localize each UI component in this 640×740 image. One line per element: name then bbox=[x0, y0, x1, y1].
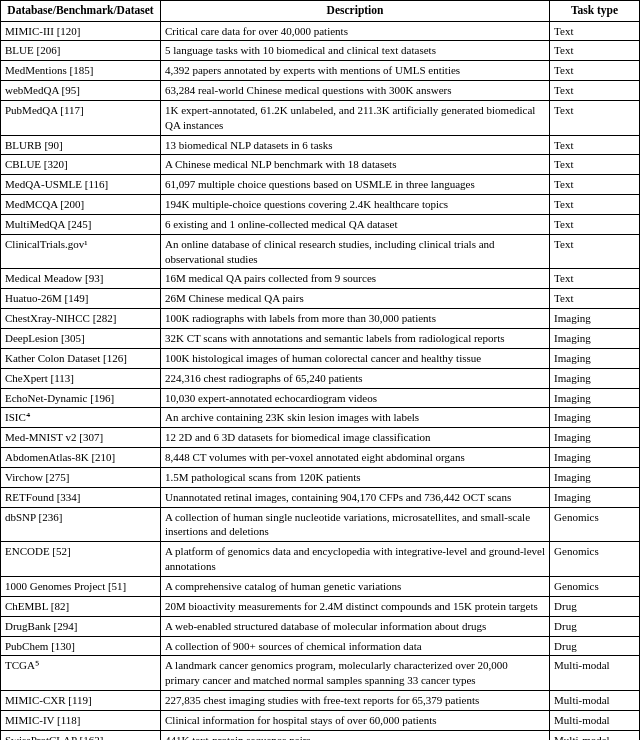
table-row: MedMentions [185]4,392 papers annotated … bbox=[1, 61, 640, 81]
table-row: EchoNet-Dynamic [196]10,030 expert-annot… bbox=[1, 388, 640, 408]
cell-tasktype: Drug bbox=[550, 596, 640, 616]
cell-tasktype: Imaging bbox=[550, 329, 640, 349]
cell-tasktype: Imaging bbox=[550, 388, 640, 408]
table-row: CBLUE [320]A Chinese medical NLP benchma… bbox=[1, 155, 640, 175]
table-row: RETFound [334]Unannotated retinal images… bbox=[1, 487, 640, 507]
table-row: DeepLesion [305]32K CT scans with annota… bbox=[1, 329, 640, 349]
cell-description: 100K histological images of human colore… bbox=[160, 348, 549, 368]
cell-database: Kather Colon Dataset [126] bbox=[1, 348, 161, 368]
cell-description: 32K CT scans with annotations and semant… bbox=[160, 329, 549, 349]
cell-description: A platform of genomics data and encyclop… bbox=[160, 542, 549, 577]
cell-description: 26M Chinese medical QA pairs bbox=[160, 289, 549, 309]
benchmark-table: Database/Benchmark/Dataset Description T… bbox=[0, 0, 640, 740]
cell-description: A Chinese medical NLP benchmark with 18 … bbox=[160, 155, 549, 175]
cell-database: MedMentions [185] bbox=[1, 61, 161, 81]
cell-database: ENCODE [52] bbox=[1, 542, 161, 577]
cell-tasktype: Text bbox=[550, 214, 640, 234]
cell-database: MIMIC-III [120] bbox=[1, 21, 161, 41]
cell-description: 10,030 expert-annotated echocardiogram v… bbox=[160, 388, 549, 408]
cell-database: CheXpert [113] bbox=[1, 368, 161, 388]
table-row: MultiMedQA [245]6 existing and 1 online-… bbox=[1, 214, 640, 234]
cell-description: A landmark cancer genomics program, mole… bbox=[160, 656, 549, 691]
cell-database: MedQA-USMLE [116] bbox=[1, 175, 161, 195]
cell-tasktype: Imaging bbox=[550, 448, 640, 468]
cell-database: PubMedQA [117] bbox=[1, 100, 161, 135]
table-row: MIMIC-III [120]Critical care data for ov… bbox=[1, 21, 640, 41]
table-row: SwissProtCLAP [162]441K text-protein seq… bbox=[1, 730, 640, 740]
table-row: BLUE [206]5 language tasks with 10 biome… bbox=[1, 41, 640, 61]
cell-description: Unannotated retinal images, containing 9… bbox=[160, 487, 549, 507]
cell-database: Medical Meadow [93] bbox=[1, 269, 161, 289]
table-row: ENCODE [52]A platform of genomics data a… bbox=[1, 542, 640, 577]
cell-database: Virchow [275] bbox=[1, 467, 161, 487]
cell-description: A collection of 900+ sources of chemical… bbox=[160, 636, 549, 656]
cell-description: 12 2D and 6 3D datasets for biomedical i… bbox=[160, 428, 549, 448]
cell-description: An archive containing 23K skin lesion im… bbox=[160, 408, 549, 428]
cell-database: ChestXray-NIHCC [282] bbox=[1, 309, 161, 329]
cell-database: webMedQA [95] bbox=[1, 81, 161, 101]
cell-tasktype: Imaging bbox=[550, 368, 640, 388]
cell-tasktype: Multi-modal bbox=[550, 730, 640, 740]
cell-tasktype: Imaging bbox=[550, 487, 640, 507]
table-row: Medical Meadow [93]16M medical QA pairs … bbox=[1, 269, 640, 289]
cell-description: 227,835 chest imaging studies with free-… bbox=[160, 691, 549, 711]
table-row: Virchow [275]1.5M pathological scans fro… bbox=[1, 467, 640, 487]
table-row: Med-MNIST v2 [307]12 2D and 6 3D dataset… bbox=[1, 428, 640, 448]
cell-description: 1K expert-annotated, 61.2K unlabeled, an… bbox=[160, 100, 549, 135]
table-row: PubChem [130]A collection of 900+ source… bbox=[1, 636, 640, 656]
cell-database: ISIC⁴ bbox=[1, 408, 161, 428]
cell-description: An online database of clinical research … bbox=[160, 234, 549, 269]
cell-description: 20M bioactivity measurements for 2.4M di… bbox=[160, 596, 549, 616]
cell-description: 224,316 chest radiographs of 65,240 pati… bbox=[160, 368, 549, 388]
cell-database: RETFound [334] bbox=[1, 487, 161, 507]
cell-database: 1000 Genomes Project [51] bbox=[1, 576, 161, 596]
cell-description: 100K radiographs with labels from more t… bbox=[160, 309, 549, 329]
cell-tasktype: Text bbox=[550, 100, 640, 135]
cell-description: A comprehensive catalog of human genetic… bbox=[160, 576, 549, 596]
cell-database: DrugBank [294] bbox=[1, 616, 161, 636]
cell-description: 5 language tasks with 10 biomedical and … bbox=[160, 41, 549, 61]
cell-description: A web-enabled structured database of mol… bbox=[160, 616, 549, 636]
table-row: MedMCQA [200]194K multiple-choice questi… bbox=[1, 195, 640, 215]
cell-database: BLUE [206] bbox=[1, 41, 161, 61]
header-database: Database/Benchmark/Dataset bbox=[1, 1, 161, 22]
cell-database: SwissProtCLAP [162] bbox=[1, 730, 161, 740]
cell-database: dbSNP [236] bbox=[1, 507, 161, 542]
cell-description: 13 biomedical NLP datasets in 6 tasks bbox=[160, 135, 549, 155]
cell-tasktype: Imaging bbox=[550, 467, 640, 487]
cell-tasktype: Text bbox=[550, 175, 640, 195]
cell-tasktype: Imaging bbox=[550, 408, 640, 428]
table-row: ClinicalTrials.gov¹An online database of… bbox=[1, 234, 640, 269]
cell-description: 63,284 real-world Chinese medical questi… bbox=[160, 81, 549, 101]
cell-description: 194K multiple-choice questions covering … bbox=[160, 195, 549, 215]
table-row: webMedQA [95]63,284 real-world Chinese m… bbox=[1, 81, 640, 101]
table-row: DrugBank [294]A web-enabled structured d… bbox=[1, 616, 640, 636]
cell-database: Huatuo-26M [149] bbox=[1, 289, 161, 309]
cell-tasktype: Text bbox=[550, 234, 640, 269]
cell-tasktype: Drug bbox=[550, 636, 640, 656]
cell-database: ClinicalTrials.gov¹ bbox=[1, 234, 161, 269]
cell-tasktype: Imaging bbox=[550, 309, 640, 329]
cell-description: Critical care data for over 40,000 patie… bbox=[160, 21, 549, 41]
cell-description: A collection of human single nucleotide … bbox=[160, 507, 549, 542]
cell-database: Med-MNIST v2 [307] bbox=[1, 428, 161, 448]
table-row: MedQA-USMLE [116]61,097 multiple choice … bbox=[1, 175, 640, 195]
cell-tasktype: Imaging bbox=[550, 348, 640, 368]
cell-database: MultiMedQA [245] bbox=[1, 214, 161, 234]
table-row: AbdomenAtlas-8K [210]8,448 CT volumes wi… bbox=[1, 448, 640, 468]
cell-database: CBLUE [320] bbox=[1, 155, 161, 175]
header-tasktype: Task type bbox=[550, 1, 640, 22]
cell-description: 4,392 papers annotated by experts with m… bbox=[160, 61, 549, 81]
cell-tasktype: Multi-modal bbox=[550, 656, 640, 691]
header-description: Description bbox=[160, 1, 549, 22]
table-row: 1000 Genomes Project [51]A comprehensive… bbox=[1, 576, 640, 596]
cell-tasktype: Imaging bbox=[550, 428, 640, 448]
table-row: CheXpert [113]224,316 chest radiographs … bbox=[1, 368, 640, 388]
cell-database: PubChem [130] bbox=[1, 636, 161, 656]
table-row: Huatuo-26M [149]26M Chinese medical QA p… bbox=[1, 289, 640, 309]
cell-description: 8,448 CT volumes with per-voxel annotate… bbox=[160, 448, 549, 468]
cell-description: 61,097 multiple choice questions based o… bbox=[160, 175, 549, 195]
cell-tasktype: Drug bbox=[550, 616, 640, 636]
cell-tasktype: Text bbox=[550, 195, 640, 215]
cell-database: TCGA⁵ bbox=[1, 656, 161, 691]
